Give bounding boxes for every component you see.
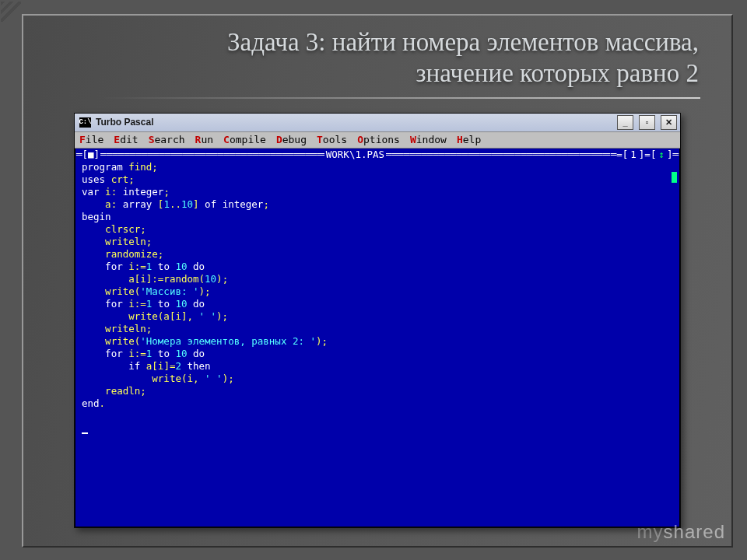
window-titlebar[interactable]: C:\ Turbo Pascal _ ▫ ✕ — [75, 114, 680, 132]
code-editor[interactable]: ═[■] ═══════════════════════════════════… — [75, 149, 680, 527]
watermark: mymysharedshared — [637, 521, 725, 543]
menu-compile[interactable]: Compile — [223, 134, 266, 145]
menu-edit[interactable]: Edit — [114, 134, 138, 145]
menu-tools[interactable]: Tools — [317, 134, 347, 145]
slide-title: Задача 3: найти номера элементов массива… — [163, 26, 699, 89]
app-icon: C:\ — [79, 117, 91, 128]
slide-panel: Задача 3: найти номера элементов массива… — [22, 14, 733, 548]
panel-corner-grip — [1, 2, 21, 22]
maximize-button[interactable]: ▫ — [639, 115, 655, 130]
minimize-button[interactable]: _ — [617, 115, 633, 130]
editor-frame-top: ═[■] ═══════════════════════════════════… — [75, 149, 679, 161]
text-cursor — [82, 432, 88, 434]
editor-filename: WORK\1.PAS — [324, 149, 386, 161]
window-number: 1 — [629, 149, 638, 161]
menu-search[interactable]: Search — [149, 134, 185, 145]
title-underline — [101, 97, 700, 99]
scroll-arrow-icon[interactable]: ↕ — [657, 149, 666, 161]
frame-close-icon[interactable]: ═[■] — [75, 149, 100, 161]
slide-background: Задача 3: найти номера элементов массива… — [0, 0, 747, 560]
menu-bar: File Edit Search Run Compile Debug Tools… — [75, 132, 680, 149]
close-button[interactable]: ✕ — [661, 115, 677, 130]
menu-debug[interactable]: Debug — [276, 134, 307, 145]
menu-help[interactable]: Help — [457, 134, 481, 145]
code-area[interactable]: program find; uses crt; var i: integer; … — [82, 161, 673, 525]
menu-run[interactable]: Run — [195, 134, 213, 145]
menu-options[interactable]: Options — [357, 134, 400, 145]
turbo-pascal-window: C:\ Turbo Pascal _ ▫ ✕ File Edit Search … — [74, 113, 681, 528]
menu-file[interactable]: File — [79, 134, 103, 145]
menu-window[interactable]: Window — [410, 134, 447, 145]
window-title: Turbo Pascal — [96, 117, 153, 128]
